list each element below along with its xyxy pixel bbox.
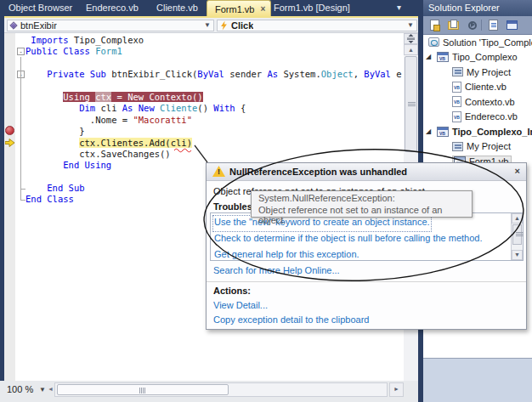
tab-overflow-chevron-icon[interactable]: ▾ bbox=[397, 3, 401, 12]
horizontal-scroll-thumb[interactable] bbox=[57, 384, 229, 395]
scroll-down-icon[interactable]: ▼ bbox=[512, 250, 523, 260]
tree-item-endereco-vb[interactable]: Endereco.vb bbox=[423, 110, 532, 125]
tips-scroll-thumb[interactable] bbox=[512, 224, 522, 245]
tree-item-label: Solution 'Tipo_Comple bbox=[443, 37, 532, 48]
code-line-10[interactable]: ctx.Clientes.Add(cli) bbox=[25, 138, 404, 149]
vb-project-icon bbox=[437, 52, 449, 62]
chevron-down-icon[interactable]: ▼ bbox=[204, 22, 211, 29]
exception-title: NullReferenceException was unhandled bbox=[229, 167, 407, 177]
warning-icon bbox=[212, 166, 225, 177]
my-project-icon bbox=[452, 67, 463, 76]
chevron-down-icon[interactable]: ▼ bbox=[39, 386, 46, 394]
tips-scrollbar[interactable]: ▲ ▼ bbox=[511, 213, 523, 260]
collapse-region-icon[interactable]: - bbox=[17, 48, 25, 55]
copy-exception-detail-link[interactable]: Copy exception detail to the clipboard bbox=[213, 314, 369, 325]
tree-item-label: Endereco.vb bbox=[465, 111, 518, 122]
my-project-icon bbox=[452, 142, 463, 151]
object-dropdown[interactable]: btnExibir ▼ bbox=[7, 20, 214, 31]
vb-file-icon bbox=[452, 96, 461, 107]
solution-icon bbox=[428, 37, 439, 47]
view-designer-button[interactable] bbox=[505, 18, 519, 32]
document-tab-strip: Object BrowserEndereco.vbCliente.vbForm1… bbox=[0, 0, 418, 18]
outline-line bbox=[20, 57, 21, 200]
code-line-1[interactable]: Imports Tipo_Complexo bbox=[25, 35, 404, 46]
scroll-right-icon[interactable]: ► bbox=[389, 382, 404, 397]
splitter-handle-icon[interactable] bbox=[404, 33, 418, 44]
breakpoint-icon[interactable] bbox=[5, 126, 14, 135]
show-all-files-button[interactable] bbox=[446, 18, 461, 32]
scroll-up-icon[interactable]: ▲ bbox=[512, 213, 523, 224]
datatip-line1: System.NullReferenceException: bbox=[258, 193, 395, 203]
current-statement-arrow-icon bbox=[5, 139, 15, 149]
tab-label: Cliente.vb bbox=[156, 3, 198, 13]
tree-item-tipo-complexo-int[interactable]: ◢Tipo_Complexo_Int bbox=[423, 124, 532, 139]
view-designer-icon bbox=[507, 20, 518, 30]
tab-form1-vb-design-[interactable]: Form1.vb [Design] bbox=[274, 3, 350, 13]
properties-button[interactable] bbox=[427, 18, 442, 32]
scroll-up-icon[interactable]: ▲ bbox=[404, 44, 418, 55]
tab-object-browser[interactable]: Object Browser bbox=[8, 3, 72, 13]
code-line-11[interactable]: ctx.SaveChanges() bbox=[25, 149, 404, 160]
view-detail-link[interactable]: View Detail... bbox=[213, 300, 268, 310]
tree-item-solution-tipo-comple[interactable]: Solution 'Tipo_Comple bbox=[423, 35, 532, 50]
vs-ide-window: Object BrowserEndereco.vbCliente.vbForm1… bbox=[0, 0, 532, 402]
tree-item-label: Tipo_Complexo bbox=[452, 52, 518, 62]
code-line-6[interactable]: Using ctx = New Contexto() bbox=[25, 92, 404, 103]
popup-separator bbox=[207, 281, 526, 282]
code-line-4[interactable]: Private Sub btnExibir_Click(ByVal sender… bbox=[25, 69, 404, 80]
tree-item-cliente-vb[interactable]: Cliente.vb bbox=[423, 80, 532, 95]
event-dropdown[interactable]: Click ▼ bbox=[217, 20, 417, 31]
tab-endereco-vb[interactable]: Endereco.vb bbox=[86, 3, 139, 13]
scroll-left-icon[interactable]: ◄ bbox=[48, 386, 54, 392]
exception-assistant-popup: NullReferenceException was unhandled × O… bbox=[206, 162, 527, 330]
exception-datatip: System.NullReferenceException: Object re… bbox=[251, 190, 473, 218]
tab-cliente-vb[interactable]: Cliente.vb bbox=[156, 3, 198, 13]
tab-form1-vb[interactable]: Form1.vb× bbox=[207, 0, 271, 18]
tab-label: Object Browser bbox=[8, 3, 72, 13]
search-help-online-link[interactable]: Search for more Help Online... bbox=[213, 265, 340, 275]
vertical-scroll-thumb[interactable] bbox=[405, 56, 417, 152]
event-icon bbox=[220, 21, 228, 31]
refresh-icon bbox=[468, 21, 477, 30]
vb-file-icon bbox=[452, 111, 461, 122]
troubleshooting-tip-link-3[interactable]: Get general help for this exception. bbox=[214, 249, 359, 263]
tree-item-my-project[interactable]: My Project bbox=[423, 139, 532, 155]
tree-item-label: Contexto.vb bbox=[465, 97, 515, 107]
code-line-2[interactable]: Public Class Form1 bbox=[25, 46, 404, 57]
code-line-3[interactable] bbox=[25, 58, 404, 69]
code-line-8[interactable]: .Nome = "Macoratti" bbox=[25, 115, 404, 126]
expander-icon[interactable]: ◢ bbox=[426, 54, 431, 60]
close-icon[interactable]: × bbox=[260, 5, 265, 14]
tree-item-tipo-complexo[interactable]: ◢Tipo_Complexo bbox=[423, 50, 532, 65]
view-code-button[interactable] bbox=[486, 18, 501, 32]
tab-label: Form1.vb bbox=[215, 4, 254, 14]
code-line-9[interactable]: } bbox=[25, 126, 404, 137]
method-icon bbox=[9, 21, 18, 30]
event-dropdown-value: Click bbox=[231, 20, 253, 31]
editor-horizontal-scrollbar[interactable] bbox=[54, 382, 388, 397]
refresh-button[interactable] bbox=[465, 18, 479, 32]
tree-item-label: My Project bbox=[467, 67, 511, 77]
expander-icon[interactable]: ◢ bbox=[426, 128, 431, 135]
tree-item-label: My Project bbox=[467, 141, 511, 151]
tab-label: Endereco.vb bbox=[86, 3, 139, 13]
chevron-down-icon[interactable]: ▼ bbox=[407, 22, 414, 29]
vb-project-icon bbox=[437, 127, 449, 137]
tree-item-label: Tipo_Complexo_Int bbox=[452, 127, 532, 137]
datatip-line2: Object reference not set to an instance … bbox=[258, 205, 472, 225]
solution-explorer-title[interactable]: Solution Explorer bbox=[423, 0, 532, 16]
troubleshooting-tip-link-2[interactable]: Check to determine if the object is null… bbox=[214, 233, 483, 246]
tree-item-contexto-vb[interactable]: Contexto.vb bbox=[423, 94, 532, 110]
properties-icon bbox=[430, 20, 439, 31]
toolbar-separator bbox=[481, 20, 482, 31]
breakpoint-gutter[interactable] bbox=[4, 33, 15, 381]
vb-file-icon bbox=[452, 82, 461, 93]
tree-item-my-project[interactable]: My Project bbox=[423, 65, 532, 80]
close-icon[interactable]: × bbox=[515, 166, 520, 176]
code-line-5[interactable] bbox=[25, 81, 404, 92]
code-line-7[interactable]: Dim cli As New Cliente() With { bbox=[25, 103, 404, 114]
tree-item-label: Cliente.vb bbox=[465, 82, 507, 92]
editor-navigation-bar: btnExibir ▼ Click ▼ bbox=[4, 18, 418, 33]
tab-label: Form1.vb [Design] bbox=[274, 3, 350, 13]
zoom-level-select[interactable]: 100 % bbox=[7, 384, 33, 394]
